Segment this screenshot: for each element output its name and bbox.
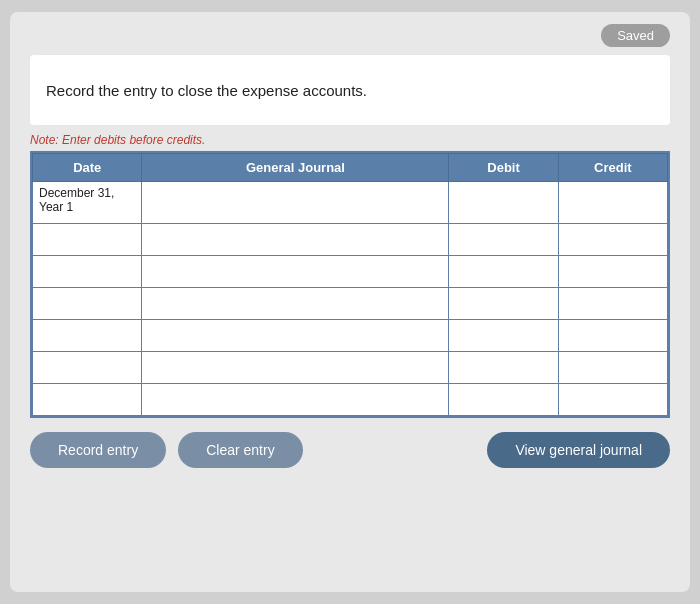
debit-cell-4[interactable] <box>449 288 558 320</box>
buttons-area: Record entry Clear entry View general jo… <box>30 432 670 468</box>
table-row <box>33 320 668 352</box>
credit-cell-5[interactable] <box>558 320 667 352</box>
table-row <box>33 288 668 320</box>
credit-cell-3[interactable] <box>558 256 667 288</box>
table-row <box>33 352 668 384</box>
view-general-journal-button[interactable]: View general journal <box>487 432 670 468</box>
table-row <box>33 224 668 256</box>
table-row: December 31,Year 1 <box>33 182 668 224</box>
date-cell-1[interactable]: December 31,Year 1 <box>33 182 142 224</box>
debit-cell-3[interactable] <box>449 256 558 288</box>
date-cell-5[interactable] <box>33 320 142 352</box>
journal-cell-6[interactable] <box>142 352 449 384</box>
date-cell-3[interactable] <box>33 256 142 288</box>
journal-cell-5[interactable] <box>142 320 449 352</box>
clear-entry-button[interactable]: Clear entry <box>178 432 302 468</box>
instruction-text: Record the entry to close the expense ac… <box>46 82 367 99</box>
instruction-area: Record the entry to close the expense ac… <box>30 55 670 125</box>
credit-cell-1[interactable] <box>558 182 667 224</box>
debit-cell-1[interactable] <box>449 182 558 224</box>
col-header-debit: Debit <box>449 154 558 182</box>
journal-cell-1[interactable] <box>142 182 449 224</box>
credit-cell-7[interactable] <box>558 384 667 416</box>
record-entry-button[interactable]: Record entry <box>30 432 166 468</box>
credit-cell-2[interactable] <box>558 224 667 256</box>
date-cell-7[interactable] <box>33 384 142 416</box>
journal-table: Date General Journal Debit Credit Decemb… <box>30 151 670 418</box>
note-text: Note: Enter debits before credits. <box>30 133 670 147</box>
debit-cell-2[interactable] <box>449 224 558 256</box>
col-header-date: Date <box>33 154 142 182</box>
date-cell-4[interactable] <box>33 288 142 320</box>
debit-cell-5[interactable] <box>449 320 558 352</box>
col-header-credit: Credit <box>558 154 667 182</box>
journal-cell-3[interactable] <box>142 256 449 288</box>
date-cell-2[interactable] <box>33 224 142 256</box>
journal-cell-2[interactable] <box>142 224 449 256</box>
date-cell-6[interactable] <box>33 352 142 384</box>
journal-cell-7[interactable] <box>142 384 449 416</box>
credit-cell-6[interactable] <box>558 352 667 384</box>
saved-badge: Saved <box>601 24 670 47</box>
page-container: Saved Record the entry to close the expe… <box>10 12 690 592</box>
col-header-journal: General Journal <box>142 154 449 182</box>
debit-cell-7[interactable] <box>449 384 558 416</box>
table-row <box>33 384 668 416</box>
debit-cell-6[interactable] <box>449 352 558 384</box>
credit-cell-4[interactable] <box>558 288 667 320</box>
table-row <box>33 256 668 288</box>
journal-cell-4[interactable] <box>142 288 449 320</box>
top-bar: Saved <box>10 12 690 55</box>
